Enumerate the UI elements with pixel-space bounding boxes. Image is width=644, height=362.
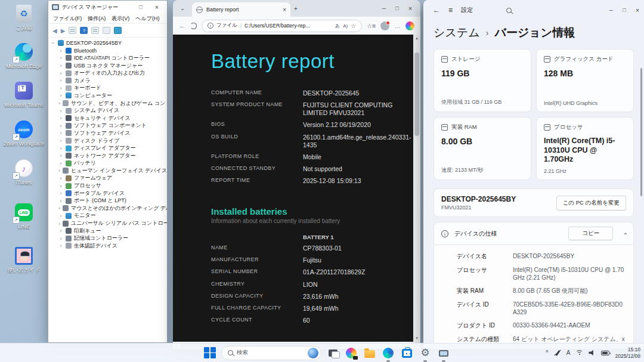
chevron-collapsed-icon[interactable]: › bbox=[58, 146, 63, 151]
chevron-collapsed-icon[interactable]: › bbox=[58, 115, 63, 121]
close-button[interactable] bbox=[404, 4, 417, 13]
forward-icon[interactable]: ▶ bbox=[61, 27, 66, 34]
search-icon[interactable] bbox=[506, 8, 512, 13]
tree-item[interactable]: › ネットワーク アダプター bbox=[51, 152, 167, 160]
maximize-button[interactable] bbox=[134, 2, 147, 12]
maximize-button[interactable] bbox=[618, 5, 631, 15]
tree-item[interactable]: › キーボード bbox=[51, 85, 167, 92]
chevron-collapsed-icon[interactable]: › bbox=[58, 175, 63, 181]
copy-button[interactable]: コピー bbox=[568, 227, 613, 240]
chevron-expanded-icon[interactable]: › bbox=[51, 41, 56, 45]
profile-avatar[interactable] bbox=[380, 21, 389, 30]
tree-item[interactable]: › オーディオの入力および出力 bbox=[51, 69, 167, 77]
tree-item[interactable]: › カメラ bbox=[51, 77, 167, 85]
settings-scrollbar[interactable] bbox=[640, 68, 642, 196]
menu-item[interactable]: 操作(A) bbox=[88, 15, 106, 23]
monitor-icon[interactable] bbox=[114, 27, 122, 34]
battery-icon[interactable] bbox=[601, 351, 609, 355]
chevron-collapsed-icon[interactable]: › bbox=[58, 228, 63, 234]
favorite-star-icon[interactable]: ☆ bbox=[351, 23, 356, 29]
minimize-button[interactable] bbox=[605, 5, 618, 15]
desktop-icon[interactable]: ♻ ごみ箱 bbox=[4, 4, 44, 32]
tree-item[interactable]: › ソフトウェア コンポーネント bbox=[51, 122, 167, 130]
tree-item[interactable]: › Bluetooth bbox=[51, 47, 167, 55]
breadcrumb-parent[interactable]: システム bbox=[434, 25, 480, 41]
start-button[interactable] bbox=[203, 346, 217, 360]
address-bar[interactable]: i ファイル | C:/Users/USER/battery-rep... あ … bbox=[202, 20, 362, 32]
more-menu-icon[interactable]: … bbox=[394, 22, 401, 29]
copilot-icon[interactable] bbox=[405, 21, 414, 30]
vertical-scrollbar[interactable]: ▴ ▾ bbox=[413, 35, 420, 342]
browser-tab[interactable]: Battery report × bbox=[192, 2, 290, 17]
favorites-hub-icon[interactable]: ☆≡ bbox=[367, 23, 376, 29]
reload-icon[interactable] bbox=[190, 23, 197, 29]
read-aloud-icon[interactable]: A) bbox=[343, 23, 348, 29]
tree-item[interactable]: › ポート (COM と LPT) bbox=[51, 197, 167, 205]
chevron-collapsed-icon[interactable]: › bbox=[58, 198, 63, 204]
desktop-icon[interactable]: Microsoft Teams bbox=[4, 81, 44, 109]
tree-item[interactable]: › プロセッサ bbox=[51, 182, 167, 190]
tree-item[interactable]: › ヒューマン インターフェイス デバイス bbox=[51, 167, 167, 175]
maximize-button[interactable] bbox=[391, 4, 404, 13]
close-button[interactable] bbox=[150, 2, 163, 12]
chevron-collapsed-icon[interactable]: › bbox=[58, 123, 63, 129]
tree-item[interactable]: › 記憶域コントローラー bbox=[51, 234, 167, 242]
settings-titlebar[interactable]: ← ≡ 設定 bbox=[423, 0, 644, 20]
browser-back-icon[interactable]: ← bbox=[179, 22, 185, 29]
tree-item[interactable]: › セキュリティ デバイス bbox=[51, 115, 167, 122]
chevron-collapsed-icon[interactable]: › bbox=[58, 78, 63, 83]
tree-item[interactable]: › ソフトウェア デバイス bbox=[51, 129, 167, 137]
rename-pc-button[interactable]: この PC の名前を変更 bbox=[556, 196, 626, 211]
tree-item[interactable]: › ファームウェア bbox=[51, 175, 167, 182]
tree-root[interactable]: › DESKTOP-2025645BY bbox=[51, 39, 167, 47]
menu-item[interactable]: 表示(V) bbox=[112, 15, 129, 23]
scroll-up-icon[interactable]: ▴ bbox=[416, 35, 418, 42]
device-manager-button[interactable] bbox=[436, 346, 451, 360]
chevron-collapsed-icon[interactable]: › bbox=[58, 160, 63, 166]
desktop-icon[interactable]: ♪ iTunes bbox=[4, 158, 44, 186]
microsoft-store-button[interactable] bbox=[400, 346, 414, 360]
back-icon[interactable]: ← bbox=[433, 6, 440, 14]
chevron-collapsed-icon[interactable]: › bbox=[58, 48, 63, 54]
ime-mode-indicator[interactable]: A bbox=[566, 349, 571, 356]
close-button[interactable] bbox=[631, 5, 644, 15]
taskbar-clock[interactable]: 15:10 2025/12/08 bbox=[615, 346, 640, 359]
edge-button[interactable] bbox=[381, 346, 395, 360]
file-explorer-button[interactable] bbox=[363, 346, 377, 360]
task-view-button[interactable] bbox=[326, 346, 340, 360]
chevron-collapsed-icon[interactable]: › bbox=[58, 85, 63, 91]
minimize-button[interactable] bbox=[377, 4, 391, 13]
device-spec-expander[interactable]: i デバイスの仕様 コピー › bbox=[434, 222, 634, 245]
chevron-collapsed-icon[interactable]: › bbox=[58, 183, 63, 189]
tree-item[interactable]: › モニター bbox=[51, 212, 167, 220]
chevron-collapsed-icon[interactable]: › bbox=[58, 100, 60, 106]
chevron-collapsed-icon[interactable]: › bbox=[58, 92, 63, 98]
tree-item[interactable]: › IDE ATA/ATAPI コントローラー bbox=[51, 54, 167, 62]
tree-item[interactable]: › ユニバーサル シリアル バス コントローラー bbox=[51, 219, 167, 227]
page-info-icon[interactable]: i bbox=[208, 23, 213, 29]
chevron-collapsed-icon[interactable]: › bbox=[58, 205, 60, 211]
scroll-down-icon[interactable]: ▾ bbox=[416, 335, 418, 342]
tree-item[interactable]: › マウスとそのほかのポインティング デバイス bbox=[51, 205, 167, 212]
tab-close-icon[interactable]: × bbox=[283, 7, 286, 13]
chevron-collapsed-icon[interactable]: › bbox=[58, 63, 63, 69]
chevron-collapsed-icon[interactable]: › bbox=[58, 138, 63, 144]
pen-icon[interactable] bbox=[554, 349, 561, 357]
chevron-collapsed-icon[interactable]: › bbox=[58, 236, 63, 242]
menu-item[interactable]: ファイル(F) bbox=[53, 15, 82, 23]
chevron-collapsed-icon[interactable]: › bbox=[58, 213, 63, 219]
tree-item[interactable]: › ディスプレイ アダプター bbox=[51, 144, 167, 152]
tab-search-icon[interactable]: ⌄ bbox=[177, 3, 188, 14]
copilot-button[interactable] bbox=[344, 346, 358, 360]
help-icon[interactable]: ? bbox=[80, 27, 88, 34]
scan-hardware-icon[interactable] bbox=[103, 27, 110, 34]
tray-chevron-up-icon[interactable]: ^ bbox=[546, 349, 549, 356]
tree-item[interactable]: › システム デバイス bbox=[51, 107, 167, 115]
desktop-icon[interactable]: Microsoft Edge bbox=[4, 42, 44, 70]
chevron-collapsed-icon[interactable]: › bbox=[58, 130, 63, 136]
hamburger-menu-icon[interactable]: ≡ bbox=[448, 6, 453, 14]
device-manager-titlebar[interactable]: デバイス マネージャー bbox=[48, 1, 167, 14]
volume-icon[interactable] bbox=[589, 350, 596, 356]
tree-item[interactable]: › サウンド、ビデオ、およびゲーム コントローラー bbox=[51, 100, 167, 107]
properties-icon[interactable] bbox=[91, 27, 99, 34]
